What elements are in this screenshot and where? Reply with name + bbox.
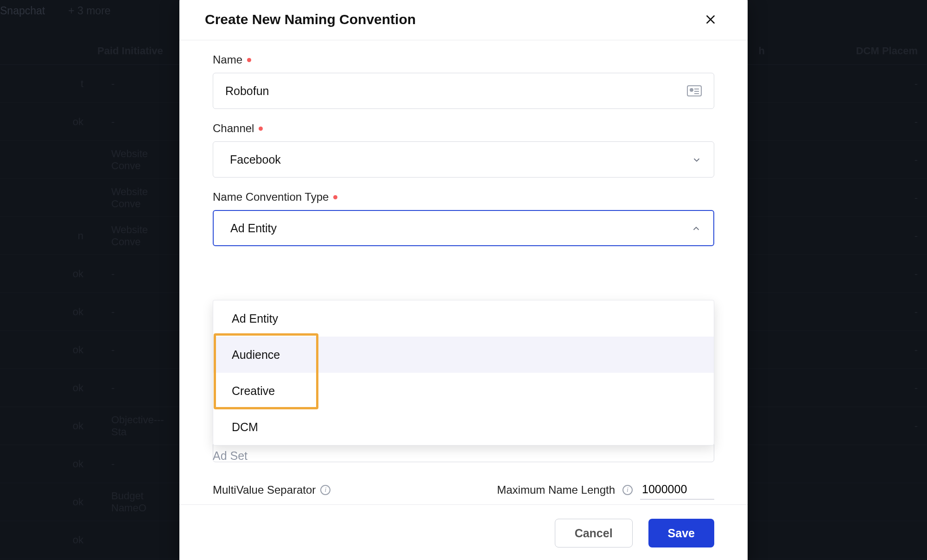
type-option-creative[interactable]: Creative	[213, 373, 714, 409]
adset-label-behind: Ad Set	[213, 449, 248, 463]
chevron-down-icon	[692, 154, 702, 165]
channel-label: Channel	[213, 122, 254, 135]
cancel-button[interactable]: Cancel	[555, 519, 633, 547]
id-card-icon	[687, 85, 702, 96]
channel-select[interactable]: Facebook	[213, 141, 714, 178]
name-input-value: Robofun	[225, 84, 269, 98]
name-input[interactable]: Robofun	[213, 73, 714, 109]
multivalue-separator-label: MultiValue Separator	[213, 484, 316, 496]
type-select[interactable]: Ad Entity	[213, 210, 714, 246]
info-icon[interactable]: i	[622, 485, 633, 495]
type-option-dcm[interactable]: DCM	[213, 409, 714, 445]
close-icon	[705, 13, 717, 25]
type-label: Name Convention Type	[213, 191, 329, 204]
maximum-name-length-label: Maximum Name Length	[497, 484, 615, 496]
type-option-audience[interactable]: Audience	[213, 337, 714, 373]
channel-value: Facebook	[230, 153, 281, 166]
type-option-ad-entity[interactable]: Ad Entity	[213, 300, 714, 337]
type-dropdown: Ad EntityAudienceCreativeDCM	[213, 300, 714, 445]
chevron-up-icon	[691, 223, 701, 233]
modal-title: Create New Naming Convention	[205, 12, 416, 27]
close-button[interactable]	[701, 10, 720, 29]
type-value: Ad Entity	[230, 222, 277, 235]
required-dot-icon	[247, 58, 251, 62]
info-icon[interactable]: i	[320, 485, 330, 495]
maximum-name-length-input[interactable]	[640, 480, 714, 500]
required-dot-icon	[259, 127, 263, 131]
create-naming-convention-modal: Create New Naming Convention Name Robofu…	[179, 0, 748, 560]
name-label: Name	[213, 53, 242, 66]
save-button[interactable]: Save	[648, 519, 714, 547]
required-dot-icon	[333, 195, 337, 199]
